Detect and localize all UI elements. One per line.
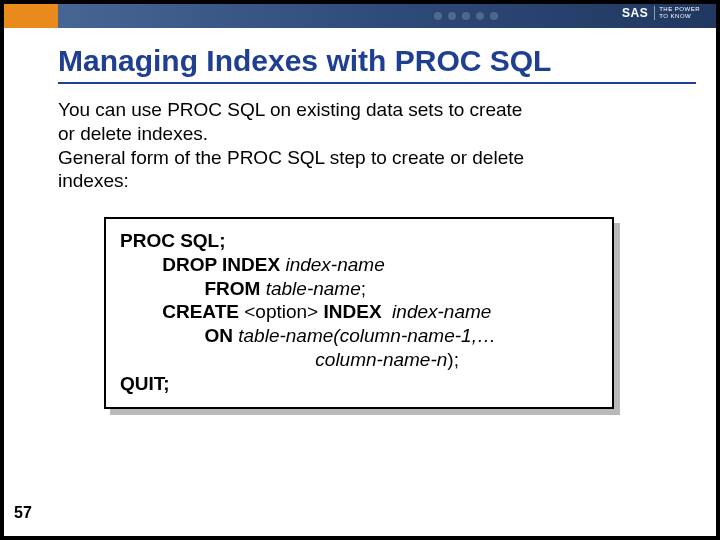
page-number: 57 [14,504,32,522]
sas-logo: SAS THE POWER TO KNOW [622,6,700,20]
para-line: You can use PROC SQL on existing data se… [58,98,656,122]
slide: SAS THE POWER TO KNOW Managing Indexes w… [4,4,716,536]
code-line: column-name-n); [120,348,598,372]
code-box-container: PROC SQL; DROP INDEX index-name FROM tab… [104,217,614,409]
code-line: FROM table-name; [120,277,598,301]
para-line: General form of the PROC SQL step to cre… [58,146,656,170]
para-line: indexes: [58,169,656,193]
decorative-dots [434,12,498,20]
code-line: QUIT; [120,372,598,396]
code-line: DROP INDEX index-name [120,253,598,277]
code-box: PROC SQL; DROP INDEX index-name FROM tab… [104,217,614,409]
orange-accent-block [4,4,58,28]
code-line: PROC SQL; [120,229,598,253]
sas-logo-tagline: THE POWER TO KNOW [654,6,700,19]
sas-logo-text: SAS [622,6,648,20]
code-line: CREATE <option> INDEX index-name [120,300,598,324]
para-line: or delete indexes. [58,122,656,146]
code-line: ON table-name(column-name-1,… [120,324,598,348]
slide-title: Managing Indexes with PROC SQL [58,44,716,78]
body-paragraph: You can use PROC SQL on existing data se… [58,98,656,193]
title-underline [58,82,696,84]
top-bar: SAS THE POWER TO KNOW [4,4,716,28]
